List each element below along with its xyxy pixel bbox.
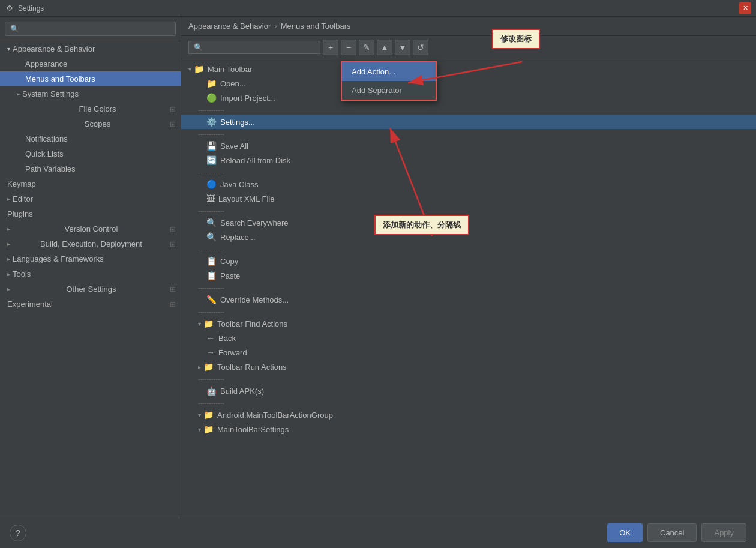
- tree-item-back[interactable]: ←Back: [181, 331, 756, 345]
- tree-item-reload-all[interactable]: 🔄Reload All from Disk: [181, 153, 756, 167]
- sidebar-item-quick-lists[interactable]: Quick Lists: [0, 146, 181, 161]
- item-icon-search-everywhere: 🔍: [206, 218, 217, 227]
- tree-item-main-toolbar-settings[interactable]: ▾📁MainToolBarSettings: [181, 422, 756, 436]
- sidebar-item-menus-toolbars[interactable]: Menus and Toolbars: [0, 71, 181, 86]
- sync-icon-version-control: ⊞: [170, 225, 176, 233]
- tree-item-label-build-apk: Build APK(s): [220, 387, 264, 396]
- main-container: ▾ Appearance & BehaviorAppearanceMenus a…: [0, 17, 756, 548]
- tree-item-sep7: ------------: [181, 307, 756, 316]
- sidebar-item-notifications[interactable]: Notifications: [0, 131, 181, 146]
- tree-item-toolbar-run[interactable]: ▸📁Toolbar Run Actions: [181, 360, 756, 374]
- tree-content: ▾📁Main Toolbar📁Open...🟢Import Project...…: [181, 59, 756, 517]
- sidebar-item-label-other-settings: Other Settings: [66, 285, 116, 294]
- sync-icon-build-execution: ⊞: [170, 240, 176, 248]
- sidebar-item-label-file-colors: File Colors: [79, 104, 116, 113]
- folder-arrow-main-toolbar: ▾: [188, 66, 191, 73]
- sidebar-item-appearance-behavior[interactable]: ▾ Appearance & Behavior: [0, 41, 181, 56]
- reset-button[interactable]: ↺: [413, 40, 428, 55]
- sidebar-item-plugins[interactable]: Plugins: [0, 206, 181, 221]
- expand-arrow-version-control: ▸: [7, 226, 10, 232]
- item-icon-import-project: 🟢: [206, 93, 217, 103]
- item-icon-override-methods: ✏️: [206, 295, 217, 304]
- toolbar-search-input[interactable]: [188, 41, 320, 54]
- sidebar-item-experimental[interactable]: Experimental⊞: [0, 297, 181, 312]
- tree-item-layout-xml[interactable]: 🖼Layout XML File: [181, 191, 756, 206]
- tree-item-save-all[interactable]: 💾Save All: [181, 139, 756, 153]
- tree-item-android-group[interactable]: ▾📁Android.MainToolBarActionGroup: [181, 408, 756, 422]
- sidebar-item-system-settings[interactable]: ▸ System Settings: [0, 86, 181, 101]
- tree-item-label-import-project: Import Project...: [220, 94, 275, 103]
- item-icon-main-toolbar-settings: 📁: [203, 424, 214, 434]
- cancel-button[interactable]: Cancel: [647, 523, 697, 542]
- tree-item-sep1: ------------: [181, 105, 756, 115]
- item-icon-layout-xml: 🖼: [206, 194, 215, 203]
- tree-item-settings[interactable]: ⚙️Settings...: [181, 115, 756, 129]
- add-button[interactable]: +: [323, 40, 338, 55]
- move-up-button[interactable]: ▲: [377, 40, 392, 55]
- expand-arrow-build-execution: ▸: [7, 241, 10, 247]
- sidebar-item-label-languages-frameworks: Languages & Frameworks: [13, 254, 104, 263]
- sidebar-item-label-version-control: Version Control: [65, 224, 118, 233]
- move-down-button[interactable]: ▼: [395, 40, 410, 55]
- sidebar: ▾ Appearance & BehaviorAppearanceMenus a…: [0, 17, 181, 517]
- sidebar-item-path-variables[interactable]: Path Variables: [0, 161, 181, 176]
- item-icon-paste: 📋: [206, 271, 217, 280]
- tree-item-paste[interactable]: 📋Paste: [181, 268, 756, 283]
- sidebar-item-appearance[interactable]: Appearance: [0, 56, 181, 71]
- annotation-modify-icon: 修改图标: [492, 29, 540, 49]
- tree-item-override-methods[interactable]: ✏️Override Methods...: [181, 292, 756, 307]
- tree-item-label-paste: Paste: [220, 271, 240, 280]
- tree-item-sep4: ------------: [181, 206, 756, 215]
- dropdown-item-add-separator[interactable]: Add Separator: [342, 81, 436, 100]
- tree-item-open[interactable]: 📁Open...: [181, 76, 756, 91]
- footer-buttons: OK Cancel Apply: [607, 523, 746, 542]
- sidebar-item-version-control[interactable]: ▸ Version Control⊞: [0, 221, 181, 236]
- ok-button[interactable]: OK: [607, 523, 643, 542]
- tree-item-java-class[interactable]: 🔵Java Class: [181, 177, 756, 191]
- expand-arrow-appearance-behavior: ▾: [7, 46, 10, 52]
- item-icon-back: ←: [206, 333, 215, 343]
- sidebar-item-languages-frameworks[interactable]: ▸ Languages & Frameworks: [0, 251, 181, 266]
- sidebar-item-build-execution[interactable]: ▸ Build, Execution, Deployment⊞: [0, 236, 181, 251]
- tree-item-toolbar-find[interactable]: ▾📁Toolbar Find Actions: [181, 316, 756, 331]
- tree-item-main-toolbar[interactable]: ▾📁Main Toolbar: [181, 62, 756, 76]
- dropdown-item-add-action[interactable]: Add Action...: [342, 62, 436, 81]
- item-icon-forward: →: [206, 348, 215, 357]
- sidebar-item-label-scopes: Scopes: [85, 119, 110, 128]
- expand-arrow-languages-frameworks: ▸: [7, 256, 10, 262]
- sync-icon-file-colors: ⊞: [170, 105, 176, 113]
- help-button[interactable]: ?: [10, 525, 26, 541]
- tree-item-label-forward: Forward: [218, 348, 247, 357]
- sidebar-item-scopes[interactable]: Scopes⊞: [0, 116, 181, 131]
- sidebar-item-label-build-execution: Build, Execution, Deployment: [40, 239, 142, 248]
- tree-item-forward[interactable]: →Forward: [181, 345, 756, 360]
- item-icon-toolbar-run: 📁: [203, 362, 214, 372]
- main-panel: Appearance & Behavior›Menus and Toolbars…: [181, 17, 756, 517]
- content-area: ▾ Appearance & BehaviorAppearanceMenus a…: [0, 17, 756, 517]
- tree-item-label-reload-all: Reload All from Disk: [220, 156, 290, 165]
- item-icon-java-class: 🔵: [206, 179, 217, 189]
- breadcrumb-part-1: ›: [274, 22, 277, 31]
- tree-item-build-apk[interactable]: 🤖Build APK(s): [181, 384, 756, 398]
- tree-item-label-save-all: Save All: [220, 142, 248, 151]
- close-button[interactable]: ✕: [739, 2, 751, 14]
- tree-item-sep6: ------------: [181, 283, 756, 292]
- folder-arrow-android-group: ▾: [198, 412, 201, 418]
- tree-item-sep8: ------------: [181, 374, 756, 384]
- sidebar-search-input[interactable]: [5, 22, 176, 36]
- sidebar-item-keymap[interactable]: Keymap: [0, 176, 181, 191]
- tree-item-label-copy: Copy: [220, 257, 238, 266]
- item-icon-settings: ⚙️: [206, 117, 217, 127]
- expand-arrow-system-settings: ▸: [17, 91, 20, 97]
- sidebar-item-editor[interactable]: ▸ Editor: [0, 191, 181, 206]
- expand-arrow-other-settings: ▸: [7, 286, 10, 292]
- tree-item-copy[interactable]: 📋Copy: [181, 254, 756, 268]
- tree-item-label-settings: Settings...: [220, 118, 255, 127]
- sidebar-item-file-colors[interactable]: File Colors⊞: [0, 101, 181, 116]
- edit-button[interactable]: ✎: [359, 40, 374, 55]
- tree-item-import-project[interactable]: 🟢Import Project...: [181, 91, 756, 105]
- sidebar-item-other-settings[interactable]: ▸ Other Settings⊞: [0, 282, 181, 297]
- remove-button[interactable]: −: [341, 40, 356, 55]
- sidebar-item-tools[interactable]: ▸ Tools: [0, 266, 181, 282]
- apply-button[interactable]: Apply: [701, 523, 746, 542]
